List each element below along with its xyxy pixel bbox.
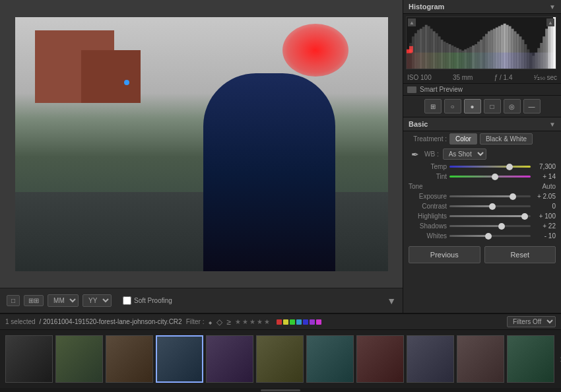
thumb-2[interactable] — [55, 335, 103, 383]
reset-button[interactable]: Reset — [484, 246, 556, 263]
filter-icon-1[interactable]: ⬥ — [208, 317, 213, 327]
color-dot-blue[interactable] — [303, 319, 308, 325]
soft-proofing-row: Soft Proofing — [123, 296, 172, 305]
wb-row: ✒ WB : As Shot — [403, 147, 561, 162]
histogram-arrow[interactable]: ▼ — [549, 3, 556, 11]
filter-icon-3[interactable]: ≥ — [226, 317, 231, 327]
iso-value: ISO 100 — [407, 74, 432, 81]
toolbar-collapse-arrow[interactable]: ▼ — [387, 296, 396, 306]
filmstrip-thumbnails: › — [0, 330, 561, 388]
month-dropdown[interactable]: MM — [48, 294, 79, 307]
whites-value: - 10 — [533, 232, 556, 240]
histogram-arrow-left[interactable]: ▲ — [408, 18, 416, 26]
smart-preview-row: Smart Preview — [403, 84, 561, 96]
photo-canvas — [0, 0, 403, 288]
highlights-track[interactable] — [449, 215, 531, 217]
right-panel: Histogram ▼ ▲ ▲ — [403, 0, 561, 313]
highlights-label: Highlights — [409, 212, 447, 220]
whites-label: Whites — [409, 232, 447, 240]
color-dot-purple[interactable] — [310, 319, 315, 325]
contrast-thumb[interactable] — [489, 203, 496, 210]
tool-grid-icon[interactable]: ⊞ — [424, 99, 442, 114]
tint-track[interactable] — [449, 176, 531, 178]
tint-slider-row: Tint + 14 — [403, 172, 561, 181]
camera-info: ISO 100 35 mm ƒ / 1.4 ¹⁄₂₅₀ sec — [403, 72, 561, 84]
tool-line-icon[interactable]: — — [523, 99, 541, 114]
tint-value: + 14 — [533, 173, 556, 180]
view-mode-btn-1[interactable]: □ — [7, 295, 20, 306]
color-dot-red[interactable] — [277, 319, 282, 325]
temp-value: 7,300 — [533, 163, 556, 170]
exposure-track[interactable] — [449, 195, 531, 197]
thumb-4-selected[interactable] — [156, 335, 203, 383]
exposure-thumb[interactable] — [510, 193, 516, 200]
histogram-arrow-right[interactable]: ▲ — [546, 18, 554, 26]
color-dot-magenta[interactable] — [316, 319, 321, 325]
treatment-row: Treatment : Color Black & White — [403, 131, 561, 147]
thumb-10[interactable] — [457, 335, 504, 383]
exposure-slider-row: Exposure + 2.05 — [403, 191, 561, 201]
action-row: Previous Reset — [403, 241, 561, 269]
thumb-6[interactable] — [256, 335, 304, 383]
filters-off-select[interactable]: Filters Off — [507, 316, 556, 327]
tool-filled-circle-icon[interactable]: ● — [464, 99, 481, 114]
svg-rect-57 — [407, 53, 556, 69]
exposure-fill — [449, 195, 510, 197]
star-3[interactable]: ★ — [249, 318, 255, 325]
filter-icon-2[interactable]: ◇ — [216, 317, 222, 327]
scroll-indicator[interactable] — [261, 389, 300, 391]
highlights-slider-row: Highlights + 100 — [403, 211, 561, 221]
color-btn[interactable]: Color — [449, 133, 477, 145]
tool-target-icon[interactable]: ◎ — [504, 99, 521, 114]
bottom-bar: 1 selected / 20161004-191520-forest-lane… — [0, 313, 561, 392]
star-2[interactable]: ★ — [242, 318, 248, 325]
thumb-11[interactable] — [507, 335, 554, 383]
whites-thumb[interactable] — [485, 233, 492, 240]
wb-select[interactable]: As Shot — [443, 148, 486, 160]
star-1[interactable]: ★ — [235, 318, 241, 325]
color-dot-yellow[interactable] — [283, 319, 288, 325]
file-path[interactable]: / 20161004-191520-forest-lane-johnson-ci… — [40, 318, 182, 325]
filmstrip-info-bar: 1 selected / 20161004-191520-forest-lane… — [0, 314, 561, 330]
soft-proofing-checkbox[interactable] — [123, 296, 131, 305]
whites-track[interactable] — [449, 235, 531, 237]
contrast-slider-row: Contrast 0 — [403, 201, 561, 211]
star-5[interactable]: ★ — [264, 318, 270, 325]
color-dot-cyan[interactable] — [296, 319, 302, 325]
eyedropper-icon[interactable]: ✒ — [409, 149, 422, 160]
year-dropdown[interactable]: YY — [82, 294, 112, 307]
treatment-label: Treatment : — [409, 135, 447, 143]
auto-btn[interactable]: Auto — [542, 183, 556, 190]
thumb-8[interactable] — [356, 335, 404, 383]
color-filter-dots — [277, 319, 321, 325]
thumb-3[interactable] — [106, 335, 153, 383]
color-dot-green[interactable] — [290, 319, 295, 325]
filter-label: Filter : — [186, 318, 205, 325]
histogram-title: Histogram — [409, 3, 444, 11]
tint-thumb[interactable] — [492, 174, 498, 180]
view-mode-btn-2[interactable]: ⊞⊞ — [24, 295, 44, 306]
shadows-thumb[interactable] — [498, 223, 505, 230]
shadows-label: Shadows — [409, 222, 447, 230]
focal-length: 35 mm — [453, 74, 473, 81]
smart-preview-label: Smart Preview — [420, 86, 463, 93]
previous-button[interactable]: Previous — [409, 246, 480, 263]
filmstrip-nav-right[interactable]: › — [557, 353, 561, 365]
tool-rect-icon[interactable]: □ — [484, 99, 501, 114]
thumb-9[interactable] — [407, 335, 454, 383]
temp-track[interactable] — [449, 166, 531, 168]
contrast-fill — [449, 205, 490, 207]
basic-arrow[interactable]: ▼ — [549, 121, 556, 128]
temp-thumb[interactable] — [506, 164, 513, 170]
star-4[interactable]: ★ — [257, 318, 263, 325]
photo-toolbar: □ ⊞⊞ MM YY Soft Proofing ▼ — [0, 288, 403, 313]
highlights-thumb[interactable] — [521, 213, 528, 220]
star-filters: ★ ★ ★ ★ ★ — [235, 318, 270, 325]
shadows-track[interactable] — [449, 225, 531, 227]
thumb-5[interactable] — [206, 335, 253, 383]
thumb-7[interactable] — [306, 335, 354, 383]
contrast-track[interactable] — [449, 205, 531, 207]
tool-circle-icon[interactable]: ○ — [444, 99, 461, 114]
bw-btn[interactable]: Black & White — [480, 133, 533, 145]
thumb-1[interactable] — [5, 335, 53, 383]
